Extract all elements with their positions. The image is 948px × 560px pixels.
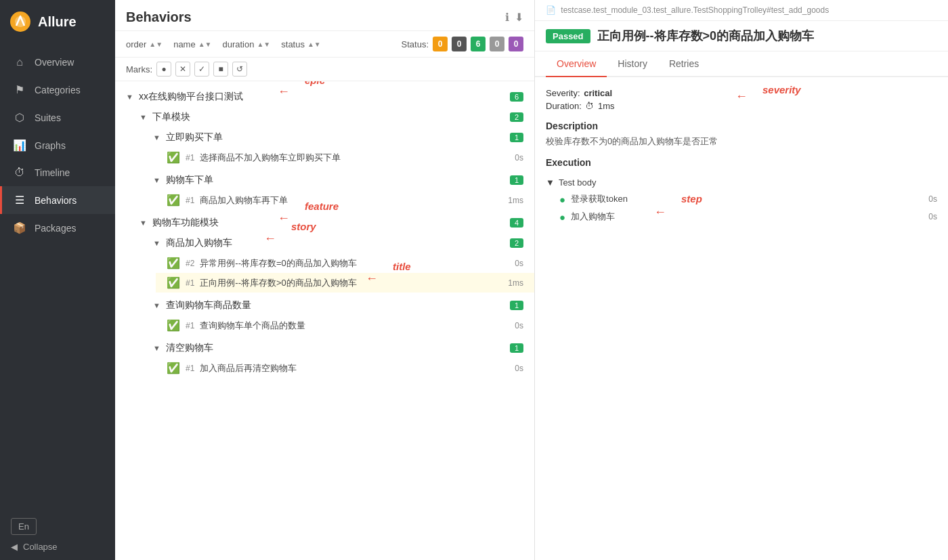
story-annotation-label: story <box>291 221 316 232</box>
graphs-icon: 📊 <box>13 139 26 152</box>
step-item-1[interactable]: ● 登录获取token 0s <box>546 190 937 208</box>
item-dur-1: 0s <box>515 153 523 163</box>
behaviors-title: Behaviors <box>126 9 192 25</box>
tree-group-query-cart-count: 1 <box>510 301 523 310</box>
sidebar-item-label-timeline: Timeline <box>35 167 70 178</box>
tree-item-buy-immediate[interactable]: ✅ #1 选择商品不加入购物车立即购买下单 0s <box>156 148 534 167</box>
severity-row: Severity: critical severity ← <box>546 88 937 98</box>
chevron-down-icon-immediate: ▼ <box>153 133 160 142</box>
item-label-5: 查询购物车单个商品的数量 <box>200 320 509 332</box>
tree-group-order-label: 下单模块 <box>152 111 506 123</box>
marks-row: Marks: ● ✕ ✓ ■ ↺ <box>115 58 534 81</box>
sidebar-item-categories[interactable]: ⚑ Categories <box>0 76 115 104</box>
sidebar-item-overview[interactable]: ⌂ Overview <box>0 49 115 76</box>
step-label-1: 登录获取token <box>571 193 628 205</box>
tree-group-immediate-header[interactable]: ▼ 立即购买下单 1 <box>142 127 534 148</box>
severity-value: critical <box>584 88 612 98</box>
tree-item-clear-cart[interactable]: ✅ #1 加入商品后再清空购物车 0s <box>156 358 534 378</box>
mark-icon-1[interactable]: ● <box>156 62 171 77</box>
tree-sub-add-to-cart-items: ✅ #2 异常用例--将库存数=0的商品加入购物车 0s ✅ #1 正向用例--… <box>142 253 534 293</box>
step-item-2[interactable]: ● 加入购物车 0s step ← <box>546 208 937 225</box>
tree-group-cart-feature-header[interactable]: ▼ 购物车功能模块 4 feature ← <box>129 213 534 233</box>
mark-icon-4[interactable]: ■ <box>213 62 228 77</box>
breadcrumb-icon: 📄 <box>546 5 556 15</box>
breadcrumb: 📄 testcase.test_module_03.test_allure.Te… <box>535 0 948 21</box>
item-dur-6: 0s <box>515 364 523 373</box>
item-dur-4: 1ms <box>508 278 523 288</box>
collapse-arrow-icon: ◀ <box>11 542 18 552</box>
tab-history[interactable]: History <box>607 51 658 77</box>
detail-tabs-row: Overview History Retries <box>535 51 948 77</box>
sort-status-control[interactable]: status ▲▼ <box>281 39 320 49</box>
sidebar: Allure ⌂ Overview ⚑ Categories ⬡ Suites … <box>0 0 115 560</box>
info-icon[interactable]: ℹ <box>505 11 509 24</box>
language-button[interactable]: En <box>11 518 37 535</box>
sort-name-arrows: ▲▼ <box>198 41 212 48</box>
sidebar-item-timeline[interactable]: ⏱ Timeline <box>0 159 115 186</box>
tree-group-clear-cart-header[interactable]: ▼ 清空购物车 1 <box>142 338 534 358</box>
pass-icon-5: ✅ <box>167 319 180 332</box>
tab-overview[interactable]: Overview <box>546 51 607 77</box>
tree-sub-cart-feature-children: ▼ 商品加入购物车 2 story ← ✅ #2 <box>129 233 534 378</box>
sidebar-item-label-packages: Packages <box>35 223 76 234</box>
tree-item-cart-order[interactable]: ✅ #1 商品加入购物车再下单 1ms <box>156 190 534 210</box>
tree-sub-clear-cart-items: ✅ #1 加入商品后再清空购物车 0s <box>142 358 534 378</box>
item-dur-2: 1ms <box>508 196 523 205</box>
tree-group-cart-order-header[interactable]: ▼ 购物车下单 1 <box>142 170 534 190</box>
test-title-row: Passed 正向用例--将库存数>0的商品加入购物车 <box>535 21 948 51</box>
sort-duration-control[interactable]: duration ▲▼ <box>222 39 270 49</box>
tab-retries[interactable]: Retries <box>658 51 710 77</box>
title-annotation-arrow: ← <box>366 272 378 286</box>
tree-group-query-cart-header[interactable]: ▼ 查询购物车商品数量 1 <box>142 295 534 316</box>
tree-group-order-header[interactable]: ▼ 下单模块 2 <box>129 107 534 127</box>
item-num-5: #1 <box>186 321 194 330</box>
chevron-down-icon-clear-cart: ▼ <box>153 344 160 352</box>
tree-group-clear-cart-count: 1 <box>510 343 523 353</box>
sidebar-item-graphs[interactable]: 📊 Graphs <box>0 131 115 159</box>
timeline-icon: ⏱ <box>13 167 26 179</box>
status-badge-passed[interactable]: 6 <box>471 37 486 51</box>
status-badge-skipped[interactable]: 0 <box>490 37 504 51</box>
sort-status-label: status <box>281 39 305 49</box>
sidebar-item-packages[interactable]: 📦 Packages <box>0 214 115 242</box>
mark-icon-2[interactable]: ✕ <box>175 62 190 77</box>
collapse-button[interactable]: ◀ Collapse <box>11 542 104 552</box>
chevron-down-icon-query-cart: ▼ <box>153 301 160 309</box>
sidebar-navigation: ⌂ Overview ⚑ Categories ⬡ Suites 📊 Graph… <box>0 43 115 510</box>
sort-name-label: name <box>173 39 196 49</box>
chevron-down-icon-cart-feature: ▼ <box>139 219 147 227</box>
tree-group-clear-cart-label: 清空购物车 <box>166 342 506 354</box>
tree-group-order: ▼ 下单模块 2 ▼ 立即购买下单 1 <box>129 107 534 210</box>
sort-order-control[interactable]: order ▲▼ <box>126 39 163 49</box>
tree-group-add-to-cart-header[interactable]: ▼ 商品加入购物车 2 story ← <box>142 233 534 253</box>
sort-duration-arrows: ▲▼ <box>257 41 270 48</box>
tree-item-abnormal[interactable]: ✅ #2 异常用例--将库存数=0的商品加入购物车 0s <box>156 253 534 273</box>
tree-list: ▼ xx在线购物平台接口测试 6 epic ← ▼ 下单模块 2 <box>115 81 534 560</box>
tree-group-cart-feature-count: 4 <box>510 218 523 228</box>
severity-annotation-label: severity <box>762 84 801 95</box>
tree-item-query-cart[interactable]: ✅ #1 查询购物车单个商品的数量 0s <box>156 316 534 335</box>
status-badge-unknown[interactable]: 0 <box>509 37 523 51</box>
sort-name-control[interactable]: name ▲▼ <box>173 39 211 49</box>
mark-icon-5[interactable]: ↺ <box>232 62 247 77</box>
sidebar-item-behaviors[interactable]: ☰ Behaviors <box>0 186 115 214</box>
passed-badge: Passed <box>546 29 590 43</box>
tree-group-main-header[interactable]: ▼ xx在线购物平台接口测试 6 epic ← <box>115 87 534 107</box>
status-badge-broken[interactable]: 0 <box>452 37 467 51</box>
tree-group-add-to-cart: ▼ 商品加入购物车 2 story ← ✅ #2 <box>142 233 534 293</box>
chevron-down-icon-order: ▼ <box>139 113 147 121</box>
pass-icon-6: ✅ <box>167 362 180 374</box>
sidebar-item-suites[interactable]: ⬡ Suites <box>0 104 115 131</box>
sidebar-logo-text: Allure <box>38 14 77 30</box>
execution-section-title: Execution <box>546 157 937 168</box>
mark-icon-3[interactable]: ✓ <box>194 62 209 77</box>
download-icon[interactable]: ⬇ <box>515 11 523 24</box>
behaviors-icon: ☰ <box>13 194 26 207</box>
status-badge-failed[interactable]: 0 <box>433 37 448 51</box>
step-annotation-label: step <box>681 193 702 204</box>
item-num-2: #1 <box>186 196 194 205</box>
item-num-3: #2 <box>186 259 194 268</box>
tree-item-normal[interactable]: ✅ #1 正向用例--将库存数>0的商品加入购物车 1ms title ← <box>156 273 534 293</box>
test-body-header[interactable]: ▼ Test body <box>546 175 937 190</box>
step-pass-icon-2: ● <box>559 211 565 223</box>
